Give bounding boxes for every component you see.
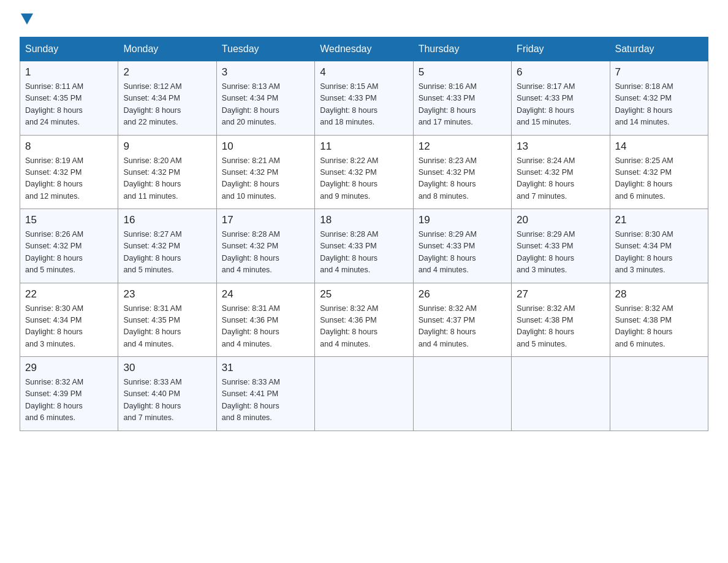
day-number: 11 bbox=[320, 140, 408, 153]
calendar-cell: 25 Sunrise: 8:32 AM Sunset: 4:36 PM Dayl… bbox=[315, 283, 413, 357]
day-info: Sunrise: 8:32 AM Sunset: 4:36 PM Dayligh… bbox=[320, 303, 408, 351]
day-info: Sunrise: 8:15 AM Sunset: 4:33 PM Dayligh… bbox=[320, 81, 408, 129]
day-number: 4 bbox=[320, 66, 408, 79]
day-number: 7 bbox=[615, 66, 703, 79]
day-info: Sunrise: 8:22 AM Sunset: 4:32 PM Dayligh… bbox=[320, 155, 408, 203]
day-info: Sunrise: 8:28 AM Sunset: 4:33 PM Dayligh… bbox=[320, 229, 408, 277]
calendar-cell: 6 Sunrise: 8:17 AM Sunset: 4:33 PM Dayli… bbox=[512, 61, 610, 136]
calendar-cell: 10 Sunrise: 8:21 AM Sunset: 4:32 PM Dayl… bbox=[216, 135, 314, 209]
day-number: 23 bbox=[123, 288, 211, 301]
calendar-table: SundayMondayTuesdayWednesdayThursdayFrid… bbox=[20, 37, 708, 431]
calendar-cell: 1 Sunrise: 8:11 AM Sunset: 4:35 PM Dayli… bbox=[20, 61, 118, 136]
day-number: 20 bbox=[517, 214, 604, 226]
day-info: Sunrise: 8:30 AM Sunset: 4:34 PM Dayligh… bbox=[25, 303, 113, 351]
day-info: Sunrise: 8:13 AM Sunset: 4:34 PM Dayligh… bbox=[222, 81, 309, 129]
logo-triangle-icon bbox=[21, 13, 33, 25]
calendar-week-row: 8 Sunrise: 8:19 AM Sunset: 4:32 PM Dayli… bbox=[20, 135, 708, 209]
day-number: 6 bbox=[517, 66, 604, 79]
day-number: 8 bbox=[25, 140, 113, 153]
day-info: Sunrise: 8:24 AM Sunset: 4:32 PM Dayligh… bbox=[517, 155, 604, 203]
day-info: Sunrise: 8:32 AM Sunset: 4:38 PM Dayligh… bbox=[517, 303, 604, 351]
day-number: 24 bbox=[222, 288, 309, 301]
day-number: 13 bbox=[517, 140, 604, 153]
calendar-cell bbox=[512, 357, 610, 431]
day-number: 17 bbox=[222, 214, 309, 226]
day-number: 27 bbox=[517, 288, 604, 301]
calendar-week-row: 22 Sunrise: 8:30 AM Sunset: 4:34 PM Dayl… bbox=[20, 283, 708, 357]
day-number: 28 bbox=[615, 288, 703, 301]
calendar-cell: 3 Sunrise: 8:13 AM Sunset: 4:34 PM Dayli… bbox=[216, 61, 314, 136]
calendar-cell bbox=[315, 357, 413, 431]
day-number: 19 bbox=[419, 214, 506, 226]
calendar-week-row: 15 Sunrise: 8:26 AM Sunset: 4:32 PM Dayl… bbox=[20, 209, 708, 283]
day-info: Sunrise: 8:23 AM Sunset: 4:32 PM Dayligh… bbox=[419, 155, 506, 203]
calendar-cell: 13 Sunrise: 8:24 AM Sunset: 4:32 PM Dayl… bbox=[512, 135, 610, 209]
day-info: Sunrise: 8:33 AM Sunset: 4:41 PM Dayligh… bbox=[222, 377, 309, 424]
calendar-cell: 15 Sunrise: 8:26 AM Sunset: 4:32 PM Dayl… bbox=[20, 209, 118, 283]
calendar-cell: 22 Sunrise: 8:30 AM Sunset: 4:34 PM Dayl… bbox=[20, 283, 118, 357]
calendar-cell: 18 Sunrise: 8:28 AM Sunset: 4:33 PM Dayl… bbox=[315, 209, 413, 283]
day-number: 26 bbox=[419, 288, 506, 301]
day-info: Sunrise: 8:32 AM Sunset: 4:39 PM Dayligh… bbox=[25, 377, 113, 424]
day-number: 15 bbox=[25, 214, 113, 226]
calendar-cell: 16 Sunrise: 8:27 AM Sunset: 4:32 PM Dayl… bbox=[118, 209, 216, 283]
day-info: Sunrise: 8:27 AM Sunset: 4:32 PM Dayligh… bbox=[123, 229, 211, 277]
calendar-cell: 30 Sunrise: 8:33 AM Sunset: 4:40 PM Dayl… bbox=[118, 357, 216, 431]
day-info: Sunrise: 8:20 AM Sunset: 4:32 PM Dayligh… bbox=[123, 155, 211, 203]
day-number: 22 bbox=[25, 288, 113, 301]
day-number: 12 bbox=[419, 140, 506, 153]
day-info: Sunrise: 8:21 AM Sunset: 4:32 PM Dayligh… bbox=[222, 155, 309, 203]
calendar-cell: 27 Sunrise: 8:32 AM Sunset: 4:38 PM Dayl… bbox=[512, 283, 610, 357]
day-of-week-header: Friday bbox=[512, 37, 610, 61]
day-info: Sunrise: 8:31 AM Sunset: 4:36 PM Dayligh… bbox=[222, 303, 309, 351]
calendar-week-row: 29 Sunrise: 8:32 AM Sunset: 4:39 PM Dayl… bbox=[20, 357, 708, 431]
day-of-week-header: Sunday bbox=[20, 37, 118, 61]
day-info: Sunrise: 8:18 AM Sunset: 4:32 PM Dayligh… bbox=[615, 81, 703, 129]
day-of-week-header: Thursday bbox=[413, 37, 511, 61]
day-of-week-header: Monday bbox=[118, 37, 216, 61]
day-number: 5 bbox=[419, 66, 506, 79]
day-of-week-header: Tuesday bbox=[216, 37, 314, 61]
calendar-cell: 8 Sunrise: 8:19 AM Sunset: 4:32 PM Dayli… bbox=[20, 135, 118, 209]
day-info: Sunrise: 8:29 AM Sunset: 4:33 PM Dayligh… bbox=[419, 229, 506, 277]
calendar-cell: 17 Sunrise: 8:28 AM Sunset: 4:32 PM Dayl… bbox=[216, 209, 314, 283]
days-of-week-row: SundayMondayTuesdayWednesdayThursdayFrid… bbox=[20, 37, 708, 61]
calendar-cell: 29 Sunrise: 8:32 AM Sunset: 4:39 PM Dayl… bbox=[20, 357, 118, 431]
calendar-cell: 19 Sunrise: 8:29 AM Sunset: 4:33 PM Dayl… bbox=[413, 209, 511, 283]
calendar-cell: 20 Sunrise: 8:29 AM Sunset: 4:33 PM Dayl… bbox=[512, 209, 610, 283]
day-info: Sunrise: 8:29 AM Sunset: 4:33 PM Dayligh… bbox=[517, 229, 604, 277]
calendar-cell bbox=[413, 357, 511, 431]
day-info: Sunrise: 8:11 AM Sunset: 4:35 PM Dayligh… bbox=[25, 81, 113, 129]
calendar-cell: 11 Sunrise: 8:22 AM Sunset: 4:32 PM Dayl… bbox=[315, 135, 413, 209]
calendar-body: 1 Sunrise: 8:11 AM Sunset: 4:35 PM Dayli… bbox=[20, 61, 708, 431]
calendar-cell: 28 Sunrise: 8:32 AM Sunset: 4:38 PM Dayl… bbox=[610, 283, 708, 357]
day-info: Sunrise: 8:32 AM Sunset: 4:38 PM Dayligh… bbox=[615, 303, 703, 351]
day-info: Sunrise: 8:19 AM Sunset: 4:32 PM Dayligh… bbox=[25, 155, 113, 203]
calendar-cell: 12 Sunrise: 8:23 AM Sunset: 4:32 PM Dayl… bbox=[413, 135, 511, 209]
day-info: Sunrise: 8:26 AM Sunset: 4:32 PM Dayligh… bbox=[25, 229, 113, 277]
day-info: Sunrise: 8:25 AM Sunset: 4:32 PM Dayligh… bbox=[615, 155, 703, 203]
calendar-header: SundayMondayTuesdayWednesdayThursdayFrid… bbox=[20, 37, 708, 61]
calendar-cell: 23 Sunrise: 8:31 AM Sunset: 4:35 PM Dayl… bbox=[118, 283, 216, 357]
day-number: 31 bbox=[222, 362, 309, 374]
calendar-cell: 31 Sunrise: 8:33 AM Sunset: 4:41 PM Dayl… bbox=[216, 357, 314, 431]
calendar-cell: 9 Sunrise: 8:20 AM Sunset: 4:32 PM Dayli… bbox=[118, 135, 216, 209]
day-number: 30 bbox=[123, 362, 211, 374]
day-of-week-header: Wednesday bbox=[315, 37, 413, 61]
logo bbox=[20, 15, 34, 26]
day-info: Sunrise: 8:12 AM Sunset: 4:34 PM Dayligh… bbox=[123, 81, 211, 129]
calendar-cell: 2 Sunrise: 8:12 AM Sunset: 4:34 PM Dayli… bbox=[118, 61, 216, 136]
calendar-cell: 21 Sunrise: 8:30 AM Sunset: 4:34 PM Dayl… bbox=[610, 209, 708, 283]
day-number: 18 bbox=[320, 214, 408, 226]
day-number: 16 bbox=[123, 214, 211, 226]
calendar-week-row: 1 Sunrise: 8:11 AM Sunset: 4:35 PM Dayli… bbox=[20, 61, 708, 136]
calendar-cell: 7 Sunrise: 8:18 AM Sunset: 4:32 PM Dayli… bbox=[610, 61, 708, 136]
day-number: 25 bbox=[320, 288, 408, 301]
page-header bbox=[20, 15, 708, 26]
day-number: 3 bbox=[222, 66, 309, 79]
day-info: Sunrise: 8:33 AM Sunset: 4:40 PM Dayligh… bbox=[123, 377, 211, 424]
calendar-cell: 4 Sunrise: 8:15 AM Sunset: 4:33 PM Dayli… bbox=[315, 61, 413, 136]
day-of-week-header: Saturday bbox=[610, 37, 708, 61]
day-info: Sunrise: 8:17 AM Sunset: 4:33 PM Dayligh… bbox=[517, 81, 604, 129]
day-number: 14 bbox=[615, 140, 703, 153]
